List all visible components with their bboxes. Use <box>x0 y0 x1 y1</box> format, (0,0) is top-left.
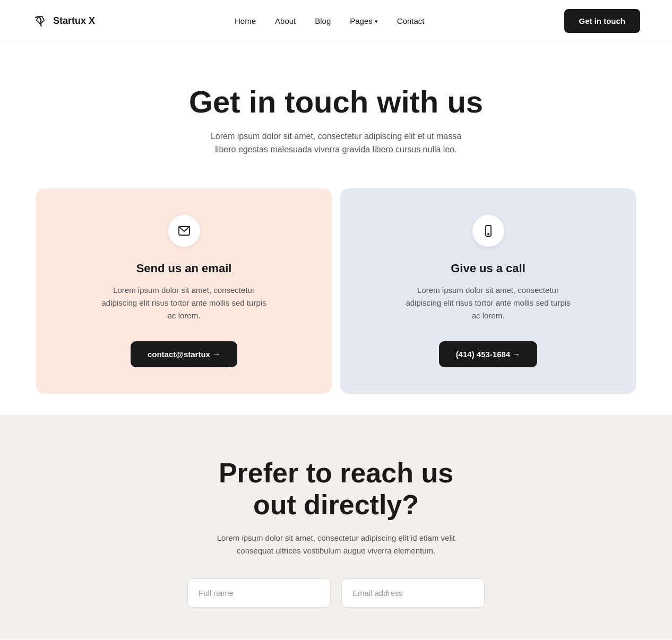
hero-section: Get in touch with us Lorem ipsum dolor s… <box>0 42 672 188</box>
logo-icon <box>32 13 49 30</box>
bottom-subtitle: Lorem ipsum dolor sit amet, consectetur … <box>203 532 469 557</box>
full-name-input[interactable] <box>187 578 331 608</box>
chevron-down-icon: ▾ <box>375 18 378 25</box>
phone-card-description: Lorem ipsum dolor sit amet, consectetur … <box>403 284 573 322</box>
phone-card-title: Give us a call <box>361 262 615 275</box>
cards-section: Send us an email Lorem ipsum dolor sit a… <box>0 188 672 394</box>
nav-contact[interactable]: Contact <box>397 16 425 25</box>
email-card-button[interactable]: contact@startux → <box>131 341 237 367</box>
contact-form <box>187 578 485 608</box>
email-card: Send us an email Lorem ipsum dolor sit a… <box>36 188 332 394</box>
phone-card: Give us a call Lorem ipsum dolor sit ame… <box>340 188 636 394</box>
logo[interactable]: Startux X <box>32 13 95 30</box>
svg-point-2 <box>488 233 489 235</box>
phone-icon-wrapper <box>472 215 504 247</box>
navbar: Startux X Home About Blog Pages ▾ Contac… <box>0 0 672 42</box>
hero-subtitle: Lorem ipsum dolor sit amet, consectetur … <box>203 129 469 157</box>
nav-blog[interactable]: Blog <box>315 16 331 25</box>
nav-pages-dropdown[interactable]: Pages ▾ <box>350 16 378 25</box>
email-card-title: Send us an email <box>57 262 311 275</box>
nav-home[interactable]: Home <box>235 16 256 25</box>
get-in-touch-button[interactable]: Get in touch <box>564 9 641 33</box>
email-card-description: Lorem ipsum dolor sit amet, consectetur … <box>99 284 269 322</box>
phone-card-button[interactable]: (414) 453-1684 → <box>439 341 538 367</box>
nav-links: Home About Blog Pages ▾ Contact <box>235 16 425 26</box>
hero-title: Get in touch with us <box>32 85 640 119</box>
email-icon-wrapper <box>168 215 200 247</box>
logo-text: Startux X <box>53 15 95 27</box>
phone-icon <box>482 224 495 237</box>
bottom-section: Prefer to reach us out directly? Lorem i… <box>0 415 672 639</box>
nav-about[interactable]: About <box>275 16 296 25</box>
email-input[interactable] <box>341 578 485 608</box>
bottom-title: Prefer to reach us out directly? <box>214 457 458 521</box>
email-icon <box>178 224 191 237</box>
